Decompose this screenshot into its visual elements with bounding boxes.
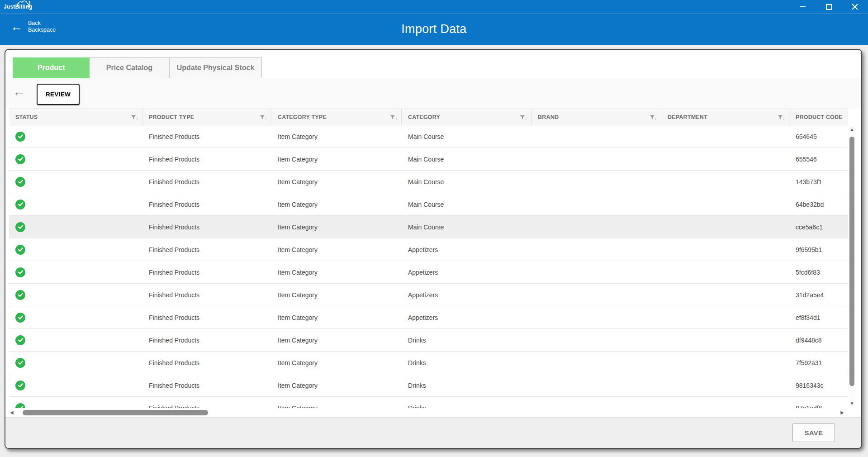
cell-category: Drinks [402,397,531,408]
table-row[interactable]: Finished ProductsItem CategoryMain Cours… [9,171,848,193]
table-row[interactable]: Finished ProductsItem CategoryAppetizers… [9,306,848,329]
cell-department [661,125,789,148]
cell-product_code: 5fcd6f83 [789,261,848,283]
table-row[interactable]: Finished ProductsItem CategoryMain Cours… [9,148,848,171]
status-ok-icon [15,290,25,300]
column-header-label: CATEGORY TYPE [278,114,327,120]
horizontal-scroll-thumb[interactable] [23,410,208,415]
scroll-left-icon[interactable]: ◀ [10,410,14,415]
filter-icon[interactable] [390,114,397,120]
cell-product_type: Finished Products [142,216,271,238]
cell-category_type: Item Category [271,261,402,283]
horizontal-scrollbar[interactable]: ◀ ▶ [9,409,845,417]
cell-department [661,238,789,261]
close-icon [852,4,858,10]
grid-back-arrow-icon[interactable]: ← [13,86,25,98]
column-header-label: PRODUCT CODE [796,114,843,120]
cell-department [661,397,789,408]
cell-department [661,148,789,170]
tab-update-physical-stock[interactable]: Update Physical Stock [170,57,262,78]
scroll-down-icon[interactable]: ▼ [848,401,856,406]
cell-brand [531,329,661,351]
table-row[interactable]: Finished ProductsItem CategoryDrinks97a1… [9,397,848,408]
cell-category_type: Item Category [271,329,402,351]
table-row[interactable]: Finished ProductsItem CategoryDrinks7f59… [9,352,848,374]
cell-category: Appetizers [402,306,531,328]
filter-dot [266,119,266,119]
column-header-label: BRAND [538,114,559,120]
filter-dot [783,119,784,119]
vertical-scrollbar[interactable]: ▲ ▼ [848,126,856,407]
cell-department [661,374,789,396]
table-row[interactable]: Finished ProductsItem CategoryAppetizers… [9,261,848,284]
command-bar: ← Back Backspace Import Data [0,14,868,45]
filter-icon[interactable] [260,114,266,120]
column-header-brand[interactable]: BRAND [531,109,661,125]
table-row[interactable]: Finished ProductsItem CategoryDrinksdf94… [9,329,848,352]
column-header-status[interactable]: STATUS [9,109,142,125]
table-row[interactable]: Finished ProductsItem CategoryAppetizers… [9,284,848,306]
filter-icon[interactable] [520,114,526,120]
cell-status [9,125,142,148]
table-row[interactable]: Finished ProductsItem CategoryMain Cours… [9,193,848,216]
page-title: Import Data [0,22,868,36]
cell-status [9,329,142,351]
table-row[interactable]: Finished ProductsItem CategoryDrinks9816… [9,374,848,397]
table-row[interactable]: Finished ProductsItem CategoryAppetizers… [9,238,848,261]
filter-dot [396,119,397,119]
status-ok-icon [15,222,25,232]
cell-status [9,397,142,408]
cell-brand [531,193,661,215]
review-button[interactable]: REVIEW [37,84,80,105]
cell-product_code: 64be32bd [789,193,848,215]
cell-product_type: Finished Products [142,397,271,408]
column-header-label: DEPARTMENT [668,114,707,120]
scroll-up-icon[interactable]: ▲ [848,127,856,132]
cell-category: Appetizers [402,261,531,283]
scroll-right-icon[interactable]: ▶ [840,410,844,415]
column-header-product_type[interactable]: PRODUCT TYPE [142,109,271,125]
column-header-category[interactable]: CATEGORY [402,109,531,125]
filter-dot [137,119,138,119]
column-header-category_type[interactable]: CATEGORY TYPE [271,109,402,125]
cell-category: Main Course [402,193,531,215]
filter-icon[interactable] [778,114,784,120]
filter-icon[interactable] [131,114,138,120]
cell-status [9,306,142,328]
close-button[interactable] [842,0,868,14]
minimize-button[interactable] [789,0,816,14]
cell-brand [531,238,661,261]
cell-status [9,148,142,170]
tab-product[interactable]: Product [13,57,90,78]
import-panel: Product Price Catalog Update Physical St… [5,49,862,449]
filter-icon[interactable] [650,114,656,120]
cell-category_type: Item Category [271,374,402,396]
cell-status [9,352,142,374]
cell-category_type: Item Category [271,125,402,148]
column-header-department[interactable]: DEPARTMENT [661,109,789,125]
cell-category_type: Item Category [271,306,402,328]
cell-category: Main Course [402,125,531,148]
column-header-label: CATEGORY [408,114,440,120]
save-button[interactable]: SAVE [792,424,835,442]
table-row[interactable]: Finished ProductsItem CategoryMain Cours… [9,125,848,148]
status-ok-icon [15,132,25,142]
cell-product_type: Finished Products [142,306,271,328]
cell-department [661,171,789,193]
status-ok-icon [15,267,25,277]
maximize-button[interactable] [816,0,842,14]
status-ok-icon [15,154,25,164]
cell-department [661,352,789,374]
cell-product_code: 97a1edf8 [789,397,848,408]
tab-price-catalog[interactable]: Price Catalog [90,57,170,78]
filter-dot [655,119,656,119]
cell-category: Main Course [402,216,531,238]
table-row[interactable]: Finished ProductsItem CategoryMain Cours… [9,216,848,238]
cell-category: Main Course [402,171,531,193]
column-header-product_code[interactable]: PRODUCT CODE [789,109,848,125]
vertical-scroll-thumb[interactable] [849,137,854,386]
cell-department [661,216,789,238]
cell-product_type: Finished Products [142,193,271,215]
cell-brand [531,352,661,374]
cell-category_type: Item Category [271,397,402,408]
